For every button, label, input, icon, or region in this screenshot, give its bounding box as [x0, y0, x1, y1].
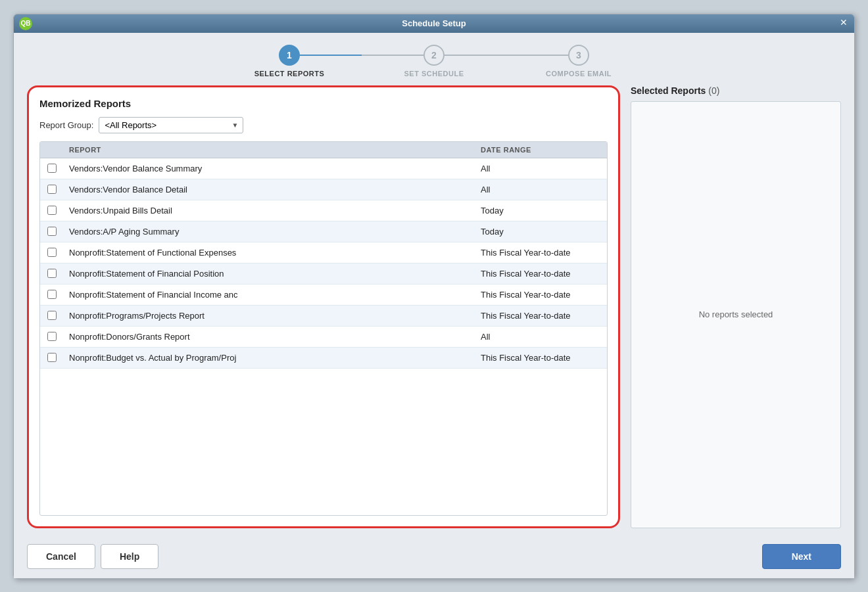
table-row: Vendors:A/P Aging SummaryToday	[40, 221, 607, 242]
step-3-circle: 3	[568, 45, 589, 66]
row-checkbox[interactable]	[47, 353, 57, 362]
schedule-setup-window: QB Schedule Setup ✕ 1 SELECT REPORTS 2	[13, 14, 855, 579]
cancel-button[interactable]: Cancel	[27, 544, 95, 569]
row-checkbox-cell[interactable]	[40, 179, 64, 199]
th-check	[40, 142, 64, 158]
row-report-name: Nonprofit:Statement of Financial Income …	[64, 285, 475, 305]
row-checkbox-cell[interactable]	[40, 200, 64, 220]
row-report-name: Nonprofit:Statement of Financial Positio…	[64, 263, 475, 284]
app-logo: QB	[19, 17, 32, 30]
step-2-circle: 2	[423, 45, 445, 66]
row-checkbox[interactable]	[47, 206, 57, 215]
table-row: Nonprofit:Donors/Grants ReportAll	[40, 327, 607, 348]
table-row: Vendors:Vendor Balance DetailAll	[40, 179, 607, 200]
row-report-name: Vendors:Unpaid Bills Detail	[64, 200, 475, 221]
table-row: Nonprofit:Programs/Projects ReportThis F…	[40, 306, 607, 327]
row-checkbox[interactable]	[47, 290, 57, 299]
row-checkbox-cell[interactable]	[40, 306, 64, 325]
row-date-range: All	[475, 327, 607, 347]
row-date-range: All	[475, 158, 607, 179]
table-body: Vendors:Vendor Balance SummaryAllVendors…	[40, 158, 607, 515]
steps-bar: 1 SELECT REPORTS 2 SET SCHEDULE 3	[14, 33, 854, 85]
step-2-label: SET SCHEDULE	[404, 70, 464, 78]
row-date-range: This Fiscal Year-to-date	[475, 285, 607, 305]
row-checkbox[interactable]	[47, 248, 57, 257]
row-checkbox-cell[interactable]	[40, 285, 64, 304]
row-checkbox-cell[interactable]	[40, 158, 64, 178]
footer: Cancel Help Next	[14, 535, 854, 578]
close-button[interactable]: ✕	[840, 18, 848, 27]
report-group-row: Report Group: <All Reports> Vendors Nonp…	[39, 117, 608, 133]
row-checkbox[interactable]	[47, 311, 57, 320]
row-checkbox-cell[interactable]	[40, 221, 64, 241]
row-checkbox[interactable]	[47, 227, 57, 236]
row-report-name: Vendors:Vendor Balance Detail	[64, 179, 475, 200]
row-report-name: Nonprofit:Donors/Grants Report	[64, 327, 475, 347]
row-date-range: This Fiscal Year-to-date	[475, 306, 607, 326]
main-content: Memorized Reports Report Group: <All Rep…	[14, 85, 854, 535]
row-checkbox-cell[interactable]	[40, 263, 64, 283]
row-checkbox[interactable]	[47, 269, 57, 278]
help-button[interactable]: Help	[101, 544, 158, 569]
titlebar: QB Schedule Setup ✕	[14, 14, 854, 33]
th-daterange: DATE RANGE	[475, 142, 607, 158]
row-date-range: This Fiscal Year-to-date	[475, 348, 607, 368]
right-panel: Selected Reports (0) No reports selected	[631, 85, 841, 528]
row-date-range: Today	[475, 200, 607, 221]
table-row: Nonprofit:Statement of Financial Positio…	[40, 263, 607, 285]
next-button[interactable]: Next	[762, 544, 841, 569]
row-checkbox[interactable]	[47, 185, 57, 194]
selected-reports-box: No reports selected	[631, 101, 841, 528]
window-title: Schedule Setup	[402, 18, 466, 28]
table-row: Nonprofit:Budget vs. Actual by Program/P…	[40, 348, 607, 369]
row-date-range: All	[475, 179, 607, 200]
step-1-label: SELECT REPORTS	[254, 70, 325, 78]
selected-reports-title: Selected Reports (0)	[631, 85, 841, 96]
row-checkbox[interactable]	[47, 164, 57, 173]
row-date-range: This Fiscal Year-to-date	[475, 242, 607, 263]
row-checkbox-cell[interactable]	[40, 348, 64, 367]
reports-table: REPORT DATE RANGE Vendors:Vendor Balance…	[39, 141, 608, 516]
report-group-label: Report Group:	[39, 120, 93, 130]
table-header: REPORT DATE RANGE	[40, 142, 607, 158]
step-2-container: 2 SET SCHEDULE	[362, 45, 506, 78]
step-3-label: COMPOSE EMAIL	[546, 70, 612, 78]
left-panel: Memorized Reports Report Group: <All Rep…	[27, 85, 620, 528]
table-row: Vendors:Unpaid Bills DetailToday	[40, 200, 607, 221]
row-report-name: Vendors:A/P Aging Summary	[64, 221, 475, 242]
footer-left-buttons: Cancel Help	[27, 544, 158, 569]
row-report-name: Nonprofit:Programs/Projects Report	[64, 306, 475, 326]
row-checkbox-cell[interactable]	[40, 242, 64, 262]
step-1-circle: 1	[279, 45, 300, 66]
row-report-name: Nonprofit:Statement of Functional Expens…	[64, 242, 475, 263]
step-1-container: 1 SELECT REPORTS	[217, 45, 362, 78]
table-row: Vendors:Vendor Balance SummaryAll	[40, 158, 607, 179]
row-checkbox-cell[interactable]	[40, 327, 64, 346]
row-checkbox[interactable]	[47, 332, 57, 341]
row-date-range: Today	[475, 221, 607, 242]
table-row: Nonprofit:Statement of Functional Expens…	[40, 242, 607, 263]
memorized-reports-title: Memorized Reports	[39, 98, 608, 109]
report-group-select[interactable]: <All Reports> Vendors Nonprofit	[99, 117, 243, 133]
row-date-range: This Fiscal Year-to-date	[475, 263, 607, 284]
no-reports-text: No reports selected	[699, 309, 773, 319]
table-row: Nonprofit:Statement of Financial Income …	[40, 285, 607, 306]
th-report: REPORT	[64, 142, 475, 158]
report-group-select-wrapper[interactable]: <All Reports> Vendors Nonprofit	[99, 117, 243, 133]
step-3-container: 3 COMPOSE EMAIL	[506, 45, 651, 78]
row-report-name: Vendors:Vendor Balance Summary	[64, 158, 475, 179]
row-report-name: Nonprofit:Budget vs. Actual by Program/P…	[64, 348, 475, 368]
